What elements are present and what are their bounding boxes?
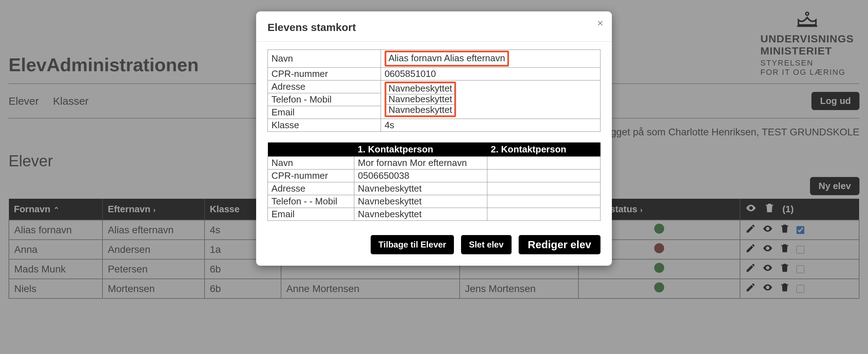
c1-navn: Mor fornavn Mor efternavn [354, 156, 487, 169]
c2-cpr [487, 169, 600, 182]
label-telefon: Telefon - Mobil [268, 93, 381, 106]
value-adresse: Navnebeskyttet [388, 83, 452, 94]
label-adresse: Adresse [268, 80, 381, 93]
c1-email: Navnebeskyttet [354, 208, 487, 220]
c-label-adresse: Adresse [268, 182, 354, 195]
value-klasse: 4s [381, 119, 600, 131]
c2-email [487, 208, 600, 220]
c2-navn [487, 156, 600, 169]
c-label-telefon: Telefon - - Mobil [268, 195, 354, 208]
c-label-cpr: CPR-nummer [268, 169, 354, 182]
student-info-table: Navn Alias fornavn Alias efternavn CPR-n… [268, 50, 600, 132]
protected-values-group: Navnebeskyttet Navnebeskyttet Navnebesky… [385, 82, 456, 117]
value-navn: Alias fornavn Alias efternavn [385, 51, 509, 67]
modal-title: Elevens stamkort [268, 21, 600, 33]
c1-adresse: Navnebeskyttet [354, 182, 487, 195]
value-telefon: Navnebeskyttet [388, 94, 452, 105]
c-label-navn: Navn [268, 156, 354, 169]
c-label-email: Email [268, 208, 354, 220]
th-contact2: 2. Kontaktperson [487, 142, 600, 157]
delete-button[interactable]: Slet elev [461, 235, 511, 254]
close-icon[interactable]: × [597, 17, 603, 29]
contacts-table: 1. Kontaktperson 2. Kontaktperson Navn M… [268, 142, 600, 221]
label-navn: Navn [268, 50, 381, 68]
value-cpr: 0605851010 [381, 67, 600, 80]
value-email: Navnebeskyttet [388, 105, 452, 115]
label-klasse: Klasse [268, 119, 381, 131]
label-cpr: CPR-nummer [268, 67, 381, 80]
c1-telefon: Navnebeskyttet [354, 195, 487, 208]
c2-telefon [487, 195, 600, 208]
label-email: Email [268, 106, 381, 119]
student-card-modal: × Elevens stamkort Navn Alias fornavn Al… [256, 11, 612, 266]
c1-cpr: 0506650038 [354, 169, 487, 182]
th-contact1: 1. Kontaktperson [354, 142, 487, 157]
edit-button[interactable]: Rediger elev [519, 235, 600, 254]
back-button[interactable]: Tilbage til Elever [371, 235, 454, 254]
c2-adresse [487, 182, 600, 195]
